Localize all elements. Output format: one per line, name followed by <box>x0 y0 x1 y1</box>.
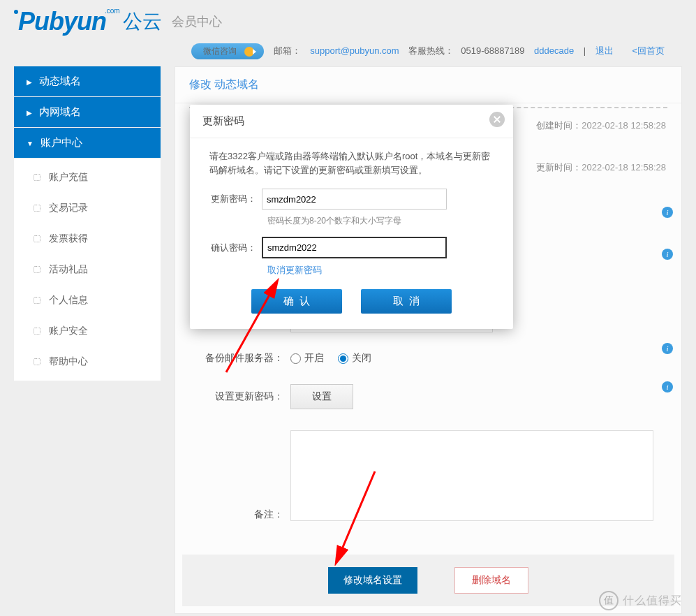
logout-link[interactable]: 退出 <box>595 45 614 56</box>
info-icon[interactable]: i <box>662 207 673 218</box>
logo-com: .com <box>105 7 120 15</box>
set-password-label: 设置更新密码： <box>189 390 290 403</box>
delete-domain-button[interactable]: 删除域名 <box>454 567 528 594</box>
breadcrumb: 修改 动态域名 <box>175 67 681 103</box>
set-password-button[interactable]: 设置 <box>290 384 353 409</box>
update-password-modal: 更新密码 请在3322客户端或路由器等终端输入默认账户名root，本域名与更新密… <box>190 105 513 329</box>
submit-domain-button[interactable]: 修改域名设置 <box>328 567 417 594</box>
backup-mail-off-radio[interactable]: 关闭 <box>338 352 371 365</box>
wechat-consult-button[interactable]: 微信咨询 <box>191 43 264 59</box>
sidebar-sub-recharge[interactable]: 账户充值 <box>14 162 161 193</box>
modal-title: 更新密码 <box>202 115 244 126</box>
sidebar-sub-gifts[interactable]: 活动礼品 <box>14 254 161 285</box>
support-email-link[interactable]: support@pubyun.com <box>310 45 399 56</box>
username-link[interactable]: dddecade <box>534 45 574 56</box>
email-label: 邮箱： <box>274 45 301 56</box>
header-links: 微信咨询 邮箱： support@pubyun.com 客服热线：0519-68… <box>14 36 682 66</box>
backup-mail-on-radio[interactable]: 开启 <box>290 352 324 365</box>
sidebar-sub-invoice[interactable]: 发票获得 <box>14 223 161 254</box>
cancel-button[interactable]: 取消 <box>361 289 452 314</box>
watermark: 值 什么值得买 <box>599 591 682 610</box>
cancel-update-link[interactable]: 取消更新密码 <box>267 264 322 277</box>
sidebar-sub-help[interactable]: 帮助中心 <box>14 346 161 377</box>
confirm-password-input[interactable] <box>262 237 447 258</box>
remark-textarea[interactable] <box>290 430 653 521</box>
new-password-label: 更新密码： <box>209 193 262 205</box>
back-home-link[interactable]: <回首页 <box>632 45 665 56</box>
confirm-button[interactable]: 确认 <box>251 289 342 314</box>
watermark-text: 什么值得买 <box>623 594 682 608</box>
logo: Pubyun.com <box>14 7 120 36</box>
backup-mail-label: 备份邮件服务器： <box>189 352 290 365</box>
new-password-input[interactable] <box>262 189 447 210</box>
sidebar-sub-transactions[interactable]: 交易记录 <box>14 193 161 223</box>
page-title: 会员中心 <box>172 13 222 30</box>
logo-text: Pubyun <box>18 7 106 36</box>
modal-tip-text: 请在3322客户端或路由器等终端输入默认账户名root，本域名与更新密码解析域名… <box>209 149 494 177</box>
logo-cn: 公云 <box>123 8 162 35</box>
sidebar-sub-security[interactable]: 账户安全 <box>14 316 161 346</box>
sidebar-sub-profile[interactable]: 个人信息 <box>14 285 161 316</box>
hotline-label: 客服热线： <box>408 45 454 56</box>
confirm-password-label: 确认密码： <box>209 242 262 254</box>
password-hint: 密码长度为8-20个数字和大小写字母 <box>267 215 494 227</box>
sidebar: 动态域名 内网域名 账户中心 账户充值 交易记录 发票获得 活动礼品 个人信息 … <box>14 66 161 614</box>
sidebar-item-account-center[interactable]: 账户中心 <box>14 128 161 159</box>
info-icon[interactable]: i <box>662 249 673 260</box>
close-icon[interactable] <box>489 112 505 127</box>
timestamps: 创建时间：2022-02-18 12:58:28 更新时间：2022-02-18… <box>536 116 666 200</box>
remark-label: 备注： <box>189 508 290 521</box>
hotline-number: 0519-68887189 <box>461 45 524 56</box>
watermark-icon: 值 <box>599 591 619 610</box>
separator: | <box>584 45 586 56</box>
sidebar-item-dynamic-domain[interactable]: 动态域名 <box>14 66 161 97</box>
sidebar-item-intranet-domain[interactable]: 内网域名 <box>14 97 161 128</box>
